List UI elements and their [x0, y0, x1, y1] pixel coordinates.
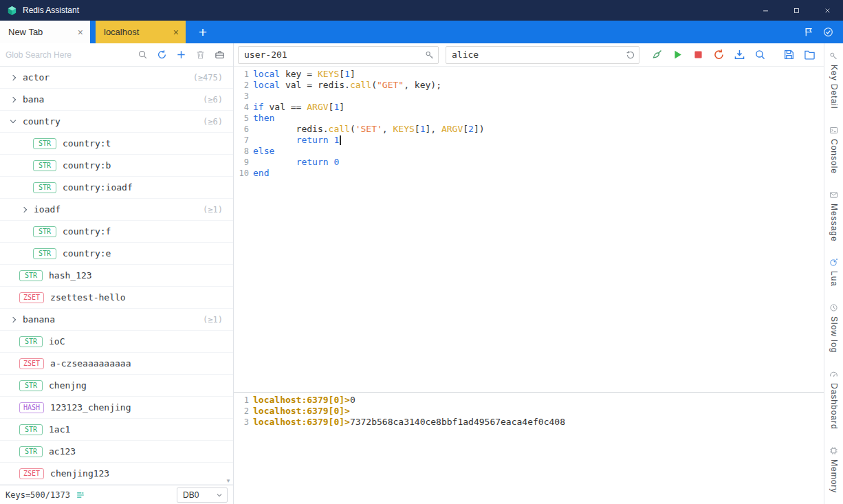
tree-key-123123_chenjing[interactable]: HASH123123_chenjing: [0, 397, 233, 419]
toolbox-icon[interactable]: [215, 50, 225, 60]
rail-tab-label: Lua: [829, 271, 839, 287]
line-number: 8: [234, 146, 249, 157]
argument-input[interactable]: [446, 46, 639, 64]
tree-key-chenjing123[interactable]: ZSETchenjing123: [0, 463, 233, 485]
flag-icon[interactable]: [804, 27, 814, 37]
key-icon[interactable]: [425, 50, 435, 60]
rail-tab-message[interactable]: Message: [829, 190, 839, 242]
new-tab-button[interactable]: +: [194, 25, 212, 39]
text-cursor: [340, 135, 341, 145]
tree-key-country:b[interactable]: STRcountry:b: [0, 155, 233, 177]
stop-icon[interactable]: [688, 46, 708, 64]
tree-key-hash_123[interactable]: STRhash_123: [0, 265, 233, 287]
line-number: 6: [234, 124, 249, 135]
code-line: localhost:6379[0]>: [253, 406, 824, 417]
key-label: country:ioadf: [63, 182, 133, 193]
tree-key-country:t[interactable]: STRcountry:t: [0, 133, 233, 155]
minimize-button[interactable]: [750, 0, 781, 21]
search-icon[interactable]: [749, 46, 770, 64]
tree-folder-actor[interactable]: actor(≥475): [0, 67, 233, 89]
line-number: 3: [234, 417, 249, 428]
tree-key-country:ioadf[interactable]: STRcountry:ioadf: [0, 177, 233, 199]
type-badge-str: STR: [19, 336, 43, 347]
rerun-icon[interactable]: [708, 46, 729, 64]
code-line: localhost:6379[0]>0: [253, 395, 824, 406]
output-console[interactable]: 123 localhost:6379[0]>0localhost:6379[0]…: [234, 392, 824, 504]
line-number: 2: [234, 80, 249, 91]
tree-folder-bana[interactable]: bana(≥6): [0, 89, 233, 111]
glob-match-icon[interactable]: [138, 50, 148, 60]
chevron-right-icon[interactable]: [21, 206, 27, 212]
rail-tab-lua[interactable]: Lua: [829, 258, 839, 287]
code-line: then: [253, 113, 824, 124]
close-button[interactable]: [812, 0, 843, 21]
import-icon[interactable]: [729, 46, 749, 64]
db-select[interactable]: DB0: [177, 487, 228, 503]
add-key-icon[interactable]: [176, 50, 186, 60]
check-circle-icon[interactable]: [823, 27, 833, 37]
rail-tab-memory[interactable]: Memory: [829, 446, 839, 493]
run-icon[interactable]: [667, 46, 688, 64]
rail-tab-label: Dashboard: [829, 383, 839, 430]
rail-tab-console[interactable]: Console: [829, 126, 839, 174]
rail-tab-key-detail[interactable]: Key Detail: [829, 52, 839, 109]
tab-localhost[interactable]: localhost×: [96, 21, 186, 43]
open-file-icon[interactable]: [799, 46, 820, 64]
key-label: ioadf: [34, 204, 61, 215]
tree-key-ac123[interactable]: STRac123: [0, 441, 233, 463]
tree-folder-country[interactable]: country(≥6): [0, 111, 233, 133]
type-badge-str: STR: [19, 380, 43, 391]
chevron-down-icon[interactable]: [10, 118, 16, 123]
code-line: return 0: [253, 157, 824, 168]
rail-tab-label: Console: [829, 139, 839, 174]
chevron-right-icon[interactable]: [10, 96, 16, 102]
tab-close-icon[interactable]: ×: [78, 28, 83, 37]
tree-key-a-czseaaaaaaaaa[interactable]: ZSETa-czseaaaaaaaaa: [0, 353, 233, 375]
line-number: 7: [234, 135, 249, 146]
clean-icon[interactable]: [646, 46, 667, 64]
app-title: Redis Assistant: [23, 6, 79, 15]
editor-toolbar: [234, 43, 824, 67]
rail-lua-icon: [829, 258, 838, 267]
key-label: ac123: [49, 446, 76, 457]
rail-tab-dashboard[interactable]: Dashboard: [829, 370, 839, 430]
maximize-button[interactable]: [781, 0, 812, 21]
key-label: chenjng: [49, 380, 87, 391]
key-name-input[interactable]: [238, 46, 439, 64]
line-number: 2: [234, 406, 249, 417]
rail-tab-label: Message: [829, 204, 839, 242]
tab-new-tab[interactable]: New Tab×: [0, 21, 90, 43]
tab-close-icon[interactable]: ×: [173, 28, 179, 37]
line-number: 10: [234, 168, 249, 179]
tree-key-country:f[interactable]: STRcountry:f: [0, 221, 233, 243]
chevron-right-icon[interactable]: [10, 316, 16, 322]
tree-folder-banana[interactable]: banana(≥1): [0, 309, 233, 331]
console-gutter: 123: [234, 393, 249, 504]
filter-list-icon[interactable]: [76, 490, 85, 500]
app-logo-icon: [7, 6, 17, 16]
tree-key-chenjng[interactable]: STRchenjng: [0, 375, 233, 397]
tree-key-zsettest-hello[interactable]: ZSETzsettest-hello: [0, 287, 233, 309]
app-window: Redis Assistant New Tab×localhost× +: [0, 0, 843, 504]
glob-search-input[interactable]: [6, 50, 129, 60]
keys-count: Keys=500/1373: [6, 490, 70, 500]
tree-folder-ioadf[interactable]: ioadf(≥1): [0, 199, 233, 221]
chevron-right-icon[interactable]: [10, 74, 16, 80]
refresh-keys-icon[interactable]: [157, 50, 167, 60]
rail-tab-slow-log[interactable]: Slow log: [829, 303, 839, 353]
rotate-icon[interactable]: [626, 50, 635, 60]
save-icon[interactable]: [778, 46, 799, 64]
sidebar-statusbar: Keys=500/1373 DB0: [0, 485, 233, 504]
tab-strip: New Tab×localhost×: [0, 21, 191, 43]
delete-key-icon[interactable]: [195, 50, 206, 60]
tree-key-country:e[interactable]: STRcountry:e: [0, 243, 233, 265]
line-number: 4: [234, 102, 249, 113]
tree-key-1ac1[interactable]: STR1ac1: [0, 419, 233, 441]
scroll-down-icon[interactable]: ▼: [226, 479, 231, 484]
key-label: 1ac1: [49, 424, 70, 435]
lua-editor[interactable]: 12345678910 local key = KEYS[1]local val…: [234, 67, 824, 392]
tree-key-ioC[interactable]: STRioC: [0, 331, 233, 353]
tabbar: New Tab×localhost× +: [0, 21, 843, 43]
code-line: local key = KEYS[1]: [253, 69, 824, 80]
key-count: (≥1): [203, 205, 233, 215]
